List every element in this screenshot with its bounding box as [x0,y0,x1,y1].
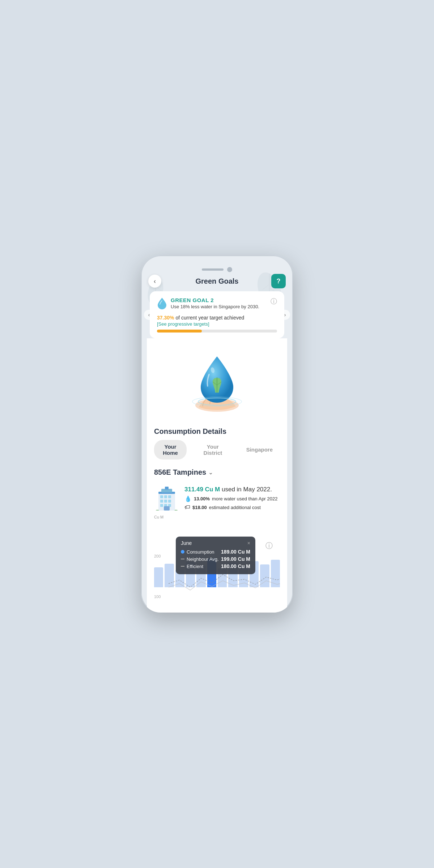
more-label: more water used than Apr 2022 [212,496,277,501]
tooltip-close-button[interactable]: × [247,540,250,546]
phone-shell: ‹ Green Goals ? ‹ GREEN GOAL 2 Use 18% l… [141,255,293,613]
tooltip-consumption-label: Consumption [181,549,214,555]
next-goal-button[interactable]: › [280,310,290,320]
consumption-info: 311.49 Cu M used in May 2022. 💧 13.00% m… [184,485,277,511]
goal-card: GREEN GOAL 2 Use 18% less water in Singa… [150,291,284,338]
goal-title-wrap: GREEN GOAL 2 Use 18% less water in Singa… [171,297,259,309]
notch-pill [202,268,224,271]
tooltip-neighbour-row: Neighbour Avg. 199.00 Cu M [181,556,250,562]
svg-rect-24 [160,504,163,507]
chart-bar-10[interactable] [260,564,269,587]
illustration-area [147,338,287,422]
prev-goal-button[interactable]: ‹ [144,310,154,320]
water-illustration [181,346,253,418]
tooltip-neighbour-val: 199.00 Cu M [221,556,250,562]
consumption-amount: 311.49 Cu M [184,486,220,493]
back-button[interactable]: ‹ [148,275,161,288]
price-tag-icon: 🏷 [184,504,190,511]
cost-amount: $18.00 [192,505,207,510]
achievement-suffix: of current year target achieved [175,315,244,321]
progress-bar-fill [157,330,202,333]
help-label: ? [277,278,281,285]
water-hand-svg [181,346,253,418]
consumption-period: used in May 2022. [222,486,272,493]
efficient-dot [181,566,184,567]
tooltip-consumption-val: 189.00 Cu M [221,549,250,555]
consumption-card: 311.49 Cu M used in May 2022. 💧 13.00% m… [147,481,287,511]
more-pct: 13.00% [194,496,210,501]
tooltip-efficient-label: Efficient [181,564,203,569]
water-drop-small-icon: 💧 [184,495,192,502]
consumption-cost: 🏷 $18.00 estimated additional cost [184,504,277,511]
section-title: Consumption Details [147,422,287,439]
svg-rect-18 [160,495,163,498]
chart-area: Cu M June × Consumption 189.00 Cu M [147,511,287,602]
dropdown-arrow-icon[interactable]: ⌄ [208,469,213,476]
svg-rect-29 [165,487,169,490]
tabs-row: Your Home Your District Singapore [147,439,287,465]
tooltip-month: June [181,540,192,546]
y-tick-200: 200 [154,554,161,558]
goal-desc: Use 18% less water in Singapore by 2030. [171,304,259,309]
y-tick-100: 100 [154,594,161,599]
svg-rect-23 [168,500,171,503]
svg-rect-21 [160,500,163,503]
svg-rect-27 [164,506,170,511]
y-axis: 200 100 [154,554,161,602]
tab-your-home[interactable]: Your Home [154,440,187,460]
notch-circle [227,267,232,272]
svg-rect-19 [164,495,167,498]
tab-your-district[interactable]: Your District [195,440,230,460]
chart-wrapper: June × Consumption 189.00 Cu M Neighbour… [154,537,280,602]
svg-rect-22 [164,500,167,503]
building-svg [154,485,179,512]
see-targets-link[interactable]: [See progressive targets] [157,321,277,327]
page-title: Green Goals [196,277,239,285]
consumption-dot [181,550,184,554]
consumption-top: 311.49 Cu M used in May 2022. 💧 13.00% m… [154,485,280,511]
achievement-line: 37.30% of current year target achieved [157,315,277,321]
chart-bar-1[interactable] [165,564,174,587]
water-drop-icon [157,297,167,311]
info-icon[interactable]: ⓘ [271,297,277,306]
consumption-main: 311.49 Cu M used in May 2022. [184,485,277,494]
building-icon [154,485,179,511]
goal-header: GREEN GOAL 2 Use 18% less water in Singa… [157,297,277,311]
location-row: 856E Tampines ⌄ [147,465,287,481]
chart-bar-11[interactable] [271,560,280,587]
tooltip-neighbour-label: Neighbour Avg. [181,556,219,562]
chart-tooltip: June × Consumption 189.00 Cu M Neighbour… [176,537,255,574]
progress-bar [157,330,277,333]
tooltip-consumption-row: Consumption 189.00 Cu M [181,549,250,555]
cost-label: estimated additional cost [209,505,261,510]
neighbour-dot [181,559,184,560]
chart-info-icon[interactable]: ⓘ [265,541,273,551]
help-button[interactable]: ? [271,274,286,288]
tab-singapore[interactable]: Singapore [239,443,280,456]
chart-bottom-pad [147,602,287,613]
location-label: 856E Tampines [154,468,206,477]
svg-rect-20 [168,495,171,498]
tooltip-efficient-row: Efficient 180.00 Cu M [181,563,250,569]
tooltip-header: June × [181,540,250,546]
achievement-pct: 37.30% [157,315,174,321]
goal-card-container: ‹ GREEN GOAL 2 Use 18% less water in Sin… [144,291,290,338]
goal-title: GREEN GOAL 2 [171,297,259,303]
tooltip-efficient-val: 180.00 Cu M [221,563,250,569]
consumption-more: 💧 13.00% more water used than Apr 2022 [184,495,277,502]
header: ‹ Green Goals ? [141,277,293,291]
chart-y-label: Cu M [154,515,280,519]
